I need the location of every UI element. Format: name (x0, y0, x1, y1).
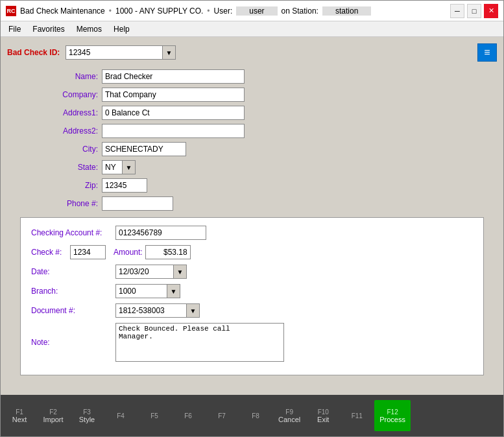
company-input[interactable] (102, 88, 245, 102)
form-section: Name: Company: Address1: Address2: City: (46, 69, 497, 211)
dropdown-arrow-icon: ▼ (166, 49, 173, 56)
state-dropdown-arrow: ▼ (126, 164, 132, 171)
f1-next-button[interactable]: F1 Next (3, 400, 36, 431)
address1-label: Address1: (46, 108, 98, 117)
menu-favorites[interactable]: Favorites (27, 23, 69, 35)
f2-import-button[interactable]: F2 Import (37, 400, 69, 431)
app-title: Bad Check Maintenance (20, 6, 105, 16)
address2-input[interactable] (102, 124, 245, 138)
date-input[interactable] (115, 265, 174, 279)
city-input[interactable] (102, 142, 186, 156)
phone-label: Phone #: (46, 199, 98, 208)
minimize-button[interactable]: ─ (450, 4, 464, 18)
city-label: City: (46, 145, 98, 154)
checking-account-label: Checking Account #: (31, 228, 115, 237)
state-row: State: ▼ (46, 160, 497, 174)
f2-key-label: Import (43, 416, 63, 423)
f12-process-button[interactable]: F12 Process (374, 400, 411, 431)
checking-account-input[interactable] (115, 226, 206, 240)
separator2: • (207, 6, 210, 16)
document-field: ▼ (115, 303, 200, 318)
user-label: User: (214, 6, 233, 16)
menu-help[interactable]: Help (108, 23, 135, 35)
main-window: RC Bad Check Maintenance • 1000 - ANY SU… (0, 0, 504, 437)
document-dropdown-arrow: ▼ (190, 307, 197, 314)
note-label: Note: (31, 338, 115, 347)
title-bar: RC Bad Check Maintenance • 1000 - ANY SU… (1, 1, 503, 21)
date-label: Date: (31, 267, 115, 276)
city-row: City: (46, 142, 497, 156)
f9-cancel-button[interactable]: F9 Cancel (273, 400, 306, 431)
amount-label: Amount: (114, 248, 143, 257)
address1-row: Address1: (46, 106, 497, 120)
f6-button[interactable]: F6 (172, 400, 204, 431)
date-dropdown-arrow: ▼ (177, 268, 184, 276)
function-key-bar: F1 Next F2 Import F3 Style F4 F5 F6 F7 F… (1, 395, 503, 436)
f7-button[interactable]: F7 (206, 400, 238, 431)
list-icon: ≡ (484, 47, 490, 58)
check-info-section: Checking Account #: Check #: Amount: Dat… (20, 217, 484, 375)
branch-field: ▼ (115, 284, 180, 298)
f10-key-num: F10 (318, 408, 329, 416)
app-icon: RC (6, 6, 16, 16)
zip-label: Zip: (46, 181, 98, 190)
station-label: on Station: (282, 6, 318, 16)
name-row: Name: (46, 69, 497, 84)
bad-check-id-dropdown[interactable]: ▼ (163, 45, 176, 60)
note-row: Note: Check Bounced. Please call Manager… (31, 323, 473, 362)
list-button[interactable]: ≡ (477, 43, 497, 62)
maximize-button[interactable]: □ (467, 4, 481, 18)
branch-dropdown[interactable]: ▼ (167, 284, 180, 298)
zip-row: Zip: (46, 178, 497, 193)
bad-check-id-input[interactable] (66, 45, 163, 60)
company-info: 1000 - ANY SUPPLY CO. (115, 6, 203, 16)
f1-key-label: Next (12, 416, 27, 423)
f4-button[interactable]: F4 (104, 400, 137, 431)
title-bar-left: RC Bad Check Maintenance • 1000 - ANY SU… (6, 6, 371, 16)
company-row: Company: (46, 88, 497, 102)
name-label: Name: (46, 72, 98, 81)
f12-key-label: Process (379, 416, 405, 423)
date-dropdown[interactable]: ▼ (174, 265, 187, 279)
f8-button[interactable]: F8 (239, 400, 272, 431)
f10-exit-button[interactable]: F10 Exit (307, 400, 339, 431)
f11-button[interactable]: F11 (341, 400, 373, 431)
zip-input[interactable] (102, 178, 147, 193)
state-dropdown[interactable]: ▼ (123, 160, 136, 174)
f3-style-button[interactable]: F3 Style (71, 400, 103, 431)
f5-button[interactable]: F5 (138, 400, 171, 431)
document-dropdown[interactable]: ▼ (187, 303, 200, 318)
f3-key-num: F3 (83, 408, 91, 416)
branch-row: Branch: ▼ (31, 284, 473, 298)
close-button[interactable]: ✕ (484, 4, 498, 18)
note-textarea[interactable]: Check Bounced. Please call Manager. (115, 323, 284, 362)
f6-key-num: F6 (184, 412, 192, 419)
document-label: Document #: (31, 306, 115, 315)
document-input[interactable] (115, 303, 187, 318)
state-label: State: (46, 163, 98, 172)
phone-input[interactable] (102, 196, 173, 211)
station-value: station (322, 6, 371, 16)
branch-input[interactable] (115, 284, 167, 298)
user-value: user (236, 6, 277, 16)
menu-bar: File Favorites Memos Help (1, 21, 503, 37)
menu-file[interactable]: File (3, 23, 26, 35)
name-input[interactable] (102, 69, 245, 84)
menu-memos[interactable]: Memos (71, 23, 107, 35)
f2-key-num: F2 (49, 408, 57, 416)
address1-input[interactable] (102, 106, 245, 120)
state-input[interactable] (102, 160, 123, 174)
checking-account-row: Checking Account #: (31, 226, 473, 240)
bad-check-id-label: Bad Check ID: (7, 48, 66, 57)
address2-row: Address2: (46, 124, 497, 138)
f10-key-label: Exit (317, 416, 329, 423)
f5-key-num: F5 (150, 412, 158, 419)
address2-label: Address2: (46, 126, 98, 136)
f9-key-label: Cancel (278, 416, 300, 423)
branch-dropdown-arrow: ▼ (171, 288, 177, 295)
amount-input[interactable] (145, 245, 191, 259)
document-row: Document #: ▼ (31, 303, 473, 318)
check-num-input[interactable] (70, 245, 106, 259)
f9-key-num: F9 (285, 408, 293, 416)
f4-key-num: F4 (117, 412, 125, 419)
